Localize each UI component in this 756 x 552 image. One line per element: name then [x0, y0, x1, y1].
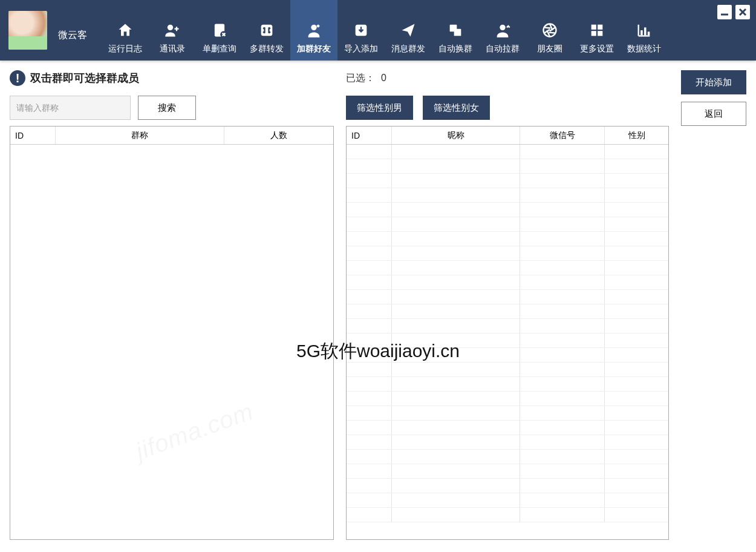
- table-row[interactable]: [347, 421, 668, 435]
- table-row[interactable]: [347, 246, 668, 261]
- nav-contacts[interactable]: 通讯录: [149, 0, 196, 61]
- col-id: ID: [10, 126, 56, 144]
- nav-moments[interactable]: 朋友圈: [526, 0, 573, 61]
- nav-label: 加群好友: [297, 44, 331, 54]
- start-add-button[interactable]: 开始添加: [681, 70, 746, 94]
- nav-add-group-friends[interactable]: 加群好友: [290, 0, 337, 61]
- app-name: 微云客: [58, 29, 87, 42]
- grid-icon: [588, 22, 605, 39]
- table-row[interactable]: [347, 435, 668, 450]
- table-row[interactable]: [347, 493, 668, 508]
- nav-auto-add[interactable]: 自动拉群: [479, 0, 526, 61]
- copy-icon: [447, 22, 464, 39]
- table-row[interactable]: [347, 304, 668, 319]
- back-button[interactable]: 返回: [681, 102, 746, 126]
- doc-x-icon: [211, 22, 228, 39]
- table-row[interactable]: [347, 217, 668, 232]
- table-row[interactable]: [347, 159, 668, 174]
- svg-point-0: [168, 25, 173, 30]
- avatar[interactable]: [8, 11, 47, 50]
- svg-rect-15: [644, 27, 647, 35]
- table-row[interactable]: [347, 508, 668, 522]
- nav-label: 通讯录: [160, 44, 185, 54]
- group-table-body: [10, 145, 333, 539]
- nav-label: 单删查询: [203, 44, 236, 54]
- table-row[interactable]: [347, 188, 668, 203]
- left-panel: ! 双击群即可选择群成员 搜索 ID 群称 人数: [10, 70, 334, 540]
- right-panel: 开始添加 返回: [681, 70, 746, 540]
- search-button[interactable]: 搜索: [138, 96, 196, 120]
- nav-label: 更多设置: [580, 44, 614, 54]
- table-row[interactable]: [347, 319, 668, 334]
- filter-female-button[interactable]: 筛选性别女: [423, 96, 490, 120]
- col-id2: ID: [347, 126, 392, 144]
- table-row[interactable]: [347, 203, 668, 217]
- nav-log[interactable]: 运行日志: [102, 0, 149, 61]
- nav-settings[interactable]: 更多设置: [573, 0, 621, 61]
- table-row[interactable]: [347, 145, 668, 159]
- table-row[interactable]: [347, 348, 668, 363]
- group-table[interactable]: ID 群称 人数: [10, 126, 334, 540]
- table-row[interactable]: [347, 392, 668, 406]
- col-gender: 性别: [605, 126, 668, 144]
- table-row[interactable]: [347, 174, 668, 188]
- person-add-icon: [305, 22, 322, 39]
- send-icon: [400, 22, 417, 39]
- middle-panel: 已选： 0 筛选性别男 筛选性别女 ID 昵称 微信号 性别: [346, 70, 669, 540]
- svg-point-8: [500, 25, 505, 30]
- col-nickname: 昵称: [392, 126, 520, 144]
- import-icon: [353, 22, 370, 39]
- swap-icon: [258, 22, 275, 39]
- svg-rect-10: [591, 25, 596, 30]
- table-row[interactable]: [347, 406, 668, 421]
- bars-icon: [636, 22, 653, 39]
- close-button[interactable]: [735, 5, 750, 19]
- table-row[interactable]: [347, 261, 668, 275]
- nav-mass-msg[interactable]: 消息群发: [385, 0, 432, 61]
- svg-point-4: [311, 25, 316, 30]
- nav-single-del[interactable]: 单删查询: [196, 0, 243, 61]
- nav-import[interactable]: 导入添加: [337, 0, 385, 61]
- nav-label: 消息群发: [391, 44, 425, 54]
- nav-multi-forward[interactable]: 多群转发: [243, 0, 290, 61]
- table-row[interactable]: [347, 363, 668, 377]
- table-row[interactable]: [347, 464, 668, 479]
- nav-label: 导入添加: [344, 44, 378, 54]
- table-row[interactable]: [347, 377, 668, 392]
- svg-rect-11: [598, 25, 602, 30]
- nav-label: 自动换群: [438, 44, 472, 54]
- nav-label: 多群转发: [250, 44, 284, 54]
- nav-stats[interactable]: 数据统计: [621, 0, 668, 61]
- minimize-button[interactable]: [717, 5, 732, 19]
- hint-text: 双击群即可选择群成员: [30, 71, 139, 85]
- table-row[interactable]: [347, 450, 668, 464]
- col-wechat-id: 微信号: [520, 126, 605, 144]
- table-row[interactable]: [347, 479, 668, 493]
- member-table[interactable]: ID 昵称 微信号 性别: [346, 126, 669, 540]
- content: ! 双击群即可选择群成员 搜索 ID 群称 人数 已选： 0: [0, 61, 756, 552]
- nav-auto-switch[interactable]: 自动换群: [432, 0, 479, 61]
- nav-label: 数据统计: [627, 44, 661, 54]
- selected-count: 0: [381, 73, 386, 84]
- table-row[interactable]: [347, 232, 668, 246]
- svg-rect-16: [648, 31, 650, 35]
- table-row[interactable]: [347, 275, 668, 290]
- home-icon: [117, 22, 134, 39]
- table-row[interactable]: [347, 290, 668, 304]
- aperture-icon: [541, 22, 558, 39]
- table-row[interactable]: [347, 334, 668, 348]
- person-plus-icon: [164, 22, 181, 39]
- filter-male-button[interactable]: 筛选性别男: [346, 96, 413, 120]
- person-up-icon: [494, 22, 511, 39]
- nav: 运行日志通讯录单删查询多群转发加群好友导入添加消息群发自动换群自动拉群朋友圈更多…: [102, 0, 668, 61]
- col-group-name: 群称: [56, 126, 224, 144]
- info-icon: !: [10, 70, 25, 86]
- svg-rect-7: [454, 29, 461, 36]
- svg-rect-12: [591, 31, 596, 36]
- selected-label: 已选：: [346, 72, 375, 85]
- svg-rect-3: [261, 25, 273, 36]
- nav-label: 自动拉群: [486, 44, 520, 54]
- nav-label: 运行日志: [108, 44, 142, 54]
- member-table-body: [347, 145, 668, 539]
- group-search-input[interactable]: [10, 96, 131, 120]
